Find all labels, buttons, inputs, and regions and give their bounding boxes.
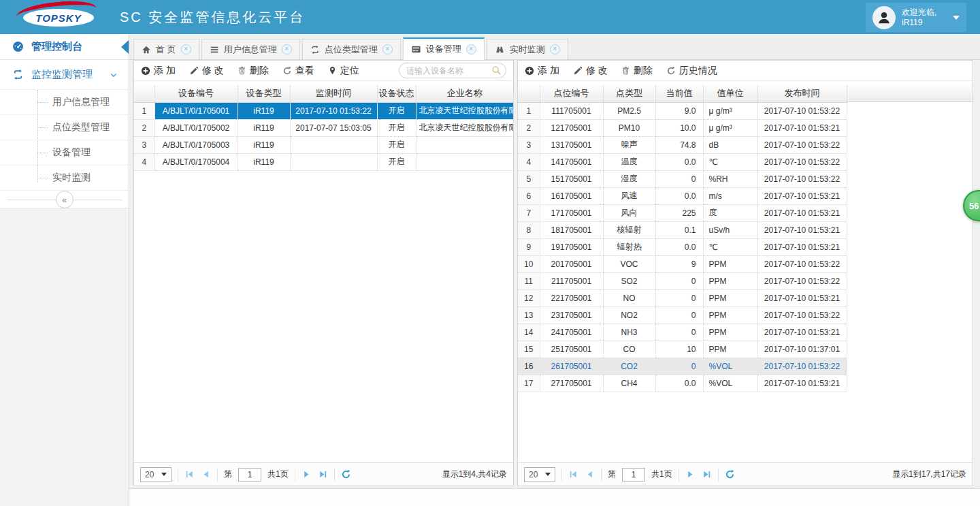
table-cell[interactable]: 2017-07-10 01:53:21 <box>757 221 847 238</box>
last-page-button[interactable] <box>702 469 712 479</box>
table-cell[interactable]: 2017-07-10 01:53:21 <box>757 204 847 221</box>
table-cell[interactable]: PPM <box>703 306 757 323</box>
table-cell[interactable]: 13 <box>518 306 540 323</box>
table-row[interactable]: 3A/BJLT/0/1705003iR119开启 <box>134 136 513 153</box>
last-page-button[interactable] <box>318 469 328 479</box>
prev-page-button[interactable] <box>585 469 595 479</box>
table-cell[interactable]: CO2 <box>603 358 655 375</box>
table-cell[interactable]: 151705001 <box>540 170 603 187</box>
table-row[interactable]: 9191705001辐射热0.0℃2017-07-10 01:53:21 <box>518 238 847 255</box>
table-cell[interactable]: 171705001 <box>540 204 603 221</box>
table-cell[interactable]: %VOL <box>703 358 757 375</box>
next-page-button[interactable] <box>685 469 696 479</box>
table-cell[interactable]: 核辐射 <box>603 221 655 238</box>
table-cell[interactable]: 181705001 <box>540 221 603 238</box>
table-cell[interactable]: 2 <box>134 119 154 136</box>
table-cell[interactable]: NO2 <box>603 306 655 323</box>
table-cell[interactable]: 0 <box>655 306 703 323</box>
reload-icon[interactable] <box>341 469 351 479</box>
table-cell[interactable]: A/BJLT/0/1705004 <box>154 153 238 170</box>
tab-realtime-monitor[interactable]: 实时监测 × <box>487 39 568 60</box>
reload-icon[interactable] <box>725 469 735 479</box>
collapse-sidebar-button[interactable]: « <box>56 191 74 208</box>
history-button[interactable]: 历史情况 <box>666 65 717 77</box>
table-cell[interactable]: 2017-07-10 01:53:21 <box>757 375 847 392</box>
table-cell[interactable]: 211705001 <box>540 272 603 289</box>
first-page-button[interactable] <box>184 469 195 479</box>
add-button[interactable]: 添 加 <box>141 65 176 77</box>
tab-user-info[interactable]: 用户信息管理 × <box>201 39 300 60</box>
table-cell[interactable]: iR119 <box>238 136 290 153</box>
sidebar-item-realtime[interactable]: 实时监测 <box>0 165 129 191</box>
sidebar-item-device[interactable]: 设备管理 <box>0 140 129 165</box>
table-cell[interactable]: 2 <box>518 119 540 136</box>
table-cell[interactable]: 11 <box>518 272 540 289</box>
table-cell[interactable]: 2017-07-10 01:53:22 <box>757 102 847 119</box>
table-cell[interactable]: 5 <box>518 170 540 187</box>
table-cell[interactable]: 辐射热 <box>603 238 655 255</box>
table-cell[interactable]: 2017-07-10 01:53:21 <box>757 238 847 255</box>
table-cell[interactable]: 225 <box>655 204 703 221</box>
table-cell[interactable]: 9 <box>655 255 703 272</box>
table-cell[interactable]: iR119 <box>238 102 290 119</box>
table-row[interactable]: 17271705001CH40.0%VOL2017-07-10 01:53:21 <box>518 375 847 392</box>
sidebar-group-monitoring[interactable]: 监控监测管理 <box>0 60 129 90</box>
table-cell[interactable]: 191705001 <box>540 238 603 255</box>
table-cell[interactable] <box>290 136 377 153</box>
table-cell[interactable]: 2017-07-10 01:53:22 <box>757 358 847 375</box>
table-row[interactable]: 1A/BJLT/0/1705001iR1192017-07-10 01:53:2… <box>134 102 513 119</box>
search-input[interactable] <box>399 63 506 78</box>
sidebar-item-point-type[interactable]: 点位类型管理 <box>0 115 129 140</box>
table-row[interactable]: 14241705001NH30PPM2017-07-10 01:53:21 <box>518 323 847 341</box>
table-cell[interactable]: PPM <box>703 341 757 358</box>
table-cell[interactable]: 0 <box>655 170 703 187</box>
delete-button[interactable]: 删除 <box>238 65 269 77</box>
table-cell[interactable]: 开启 <box>377 119 416 136</box>
table-cell[interactable]: 7 <box>518 204 540 221</box>
table-cell[interactable]: 14 <box>518 323 540 341</box>
table-row[interactable]: 4A/BJLT/0/1705004iR119开启 <box>134 153 513 170</box>
table-cell[interactable]: A/BJLT/0/1705001 <box>154 102 238 119</box>
table-cell[interactable]: 141705001 <box>540 153 603 170</box>
table-cell[interactable]: CH4 <box>603 375 655 392</box>
table-cell[interactable]: 221705001 <box>540 289 603 306</box>
view-button[interactable]: 查看 <box>282 65 314 77</box>
table-cell[interactable]: 1 <box>518 102 540 119</box>
page-size-select[interactable]: 20 <box>524 467 555 482</box>
table-cell[interactable]: uSv/h <box>703 221 757 238</box>
table-cell[interactable]: 0 <box>655 272 703 289</box>
table-cell[interactable]: 噪声 <box>603 136 655 153</box>
table-cell[interactable]: %VOL <box>703 375 757 392</box>
table-cell[interactable]: 0.0 <box>655 187 703 204</box>
table-cell[interactable]: 0 <box>655 323 703 341</box>
table-cell[interactable]: 201705001 <box>540 255 603 272</box>
table-cell[interactable]: 2017-07-10 01:53:22 <box>757 306 847 323</box>
close-icon[interactable]: × <box>181 44 191 54</box>
table-row[interactable]: 1111705001PM2.59.0μ g/m³2017-07-10 01:53… <box>518 102 847 119</box>
page-number-input[interactable] <box>238 468 261 481</box>
tab-device-management[interactable]: 设备管理 × <box>403 37 485 60</box>
table-cell[interactable]: A/BJLT/0/1705002 <box>154 119 238 136</box>
table-cell[interactable]: μ g/m³ <box>703 119 757 136</box>
table-cell[interactable]: 10.0 <box>655 119 703 136</box>
table-row[interactable]: 6161705001风速0.0m/s2017-07-10 01:53:21 <box>518 187 847 204</box>
prev-page-button[interactable] <box>201 469 211 479</box>
table-cell[interactable]: 8 <box>518 221 540 238</box>
table-cell[interactable]: 4 <box>518 153 540 170</box>
table-cell[interactable]: 2017-07-10 01:53:22 <box>757 272 847 289</box>
table-cell[interactable]: %RH <box>703 170 757 187</box>
table-cell[interactable]: 251705001 <box>540 341 603 358</box>
search-icon[interactable] <box>491 65 502 76</box>
table-cell[interactable]: 0 <box>655 289 703 306</box>
table-cell[interactable] <box>416 136 513 153</box>
table-row[interactable]: 7171705001风向225度2017-07-10 01:53:21 <box>518 204 847 221</box>
table-cell[interactable]: 6 <box>518 187 540 204</box>
add-button[interactable]: 添 加 <box>525 65 559 77</box>
table-cell[interactable]: 2017-07-10 01:37:01 <box>757 341 847 358</box>
table-row[interactable]: 13231705001NO20PPM2017-07-10 01:53:22 <box>518 306 847 323</box>
table-row[interactable]: 3131705001噪声74.8dB2017-07-10 01:53:22 <box>518 136 847 153</box>
table-cell[interactable] <box>290 153 377 170</box>
table-cell[interactable]: 241705001 <box>540 323 603 341</box>
table-cell[interactable]: 风向 <box>603 204 655 221</box>
table-cell[interactable]: 3 <box>518 136 540 153</box>
